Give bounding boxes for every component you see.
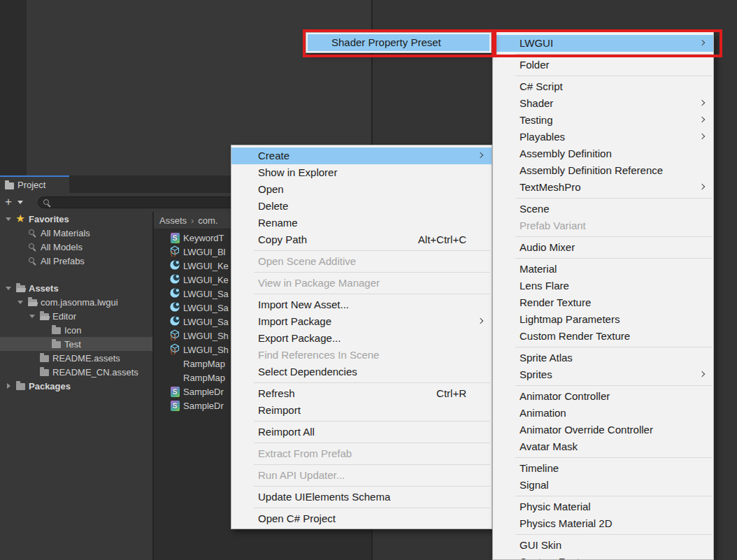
create-asset-plus-button[interactable]: +	[5, 194, 12, 210]
menu-item-label: Animation	[520, 407, 566, 419]
menu-item-animation[interactable]: Animation	[493, 405, 713, 422]
menu-item-material[interactable]: Material	[493, 261, 713, 278]
menu-item-label: Update UIElements Schema	[258, 491, 390, 503]
menu-item-render-texture[interactable]: Render Texture	[493, 294, 713, 311]
tree-item-editor[interactable]: Editor	[0, 309, 152, 323]
menu-item-custom-render-texture[interactable]: Custom Render Texture	[493, 328, 713, 345]
menu-separator	[493, 234, 713, 239]
menu-item-open[interactable]: Open	[231, 181, 492, 198]
tree-item-packages[interactable]: Packages	[0, 379, 152, 393]
menu-item-sprites[interactable]: Sprites	[493, 366, 713, 383]
file-icon-slot	[169, 301, 180, 315]
foldout-open-icon[interactable]	[17, 301, 23, 304]
menu-item-import-package[interactable]: Import Package	[231, 313, 492, 330]
menu-item-open-c-project[interactable]: Open C# Project	[231, 510, 492, 527]
menu-item-refresh[interactable]: RefreshCtrl+R	[231, 385, 492, 402]
menu-item-label: Open Scene Additive	[258, 255, 356, 267]
menu-item-import-new-asset[interactable]: Import New Asset...	[231, 296, 492, 313]
menu-item-physics-material-2d[interactable]: Physics Material 2D	[493, 515, 713, 532]
menu-item-physic-material[interactable]: Physic Material	[493, 498, 713, 515]
tab-project[interactable]: Project	[0, 175, 69, 193]
tree-item-assets[interactable]: Assets	[0, 281, 152, 295]
menu-item-gui-skin[interactable]: GUI Skin	[493, 537, 713, 554]
menu-separator	[493, 196, 713, 201]
menu-item-reimport-all[interactable]: Reimport All	[231, 424, 492, 440]
menu-item-label: Playables	[520, 131, 565, 143]
menu-item-show-in-explorer[interactable]: Show in Explorer	[231, 164, 492, 181]
foldout-open-icon[interactable]	[6, 217, 11, 221]
breadcrumb-segment-assets[interactable]: Assets	[159, 215, 187, 226]
menu-item-testing[interactable]: Testing	[493, 112, 713, 129]
tree-item-favorites[interactable]: ★Favorites	[0, 212, 152, 226]
file-item-label: LWGUI_Sa	[183, 317, 229, 327]
menu-item-label: Run API Updater...	[258, 469, 345, 481]
menu-item-playables[interactable]: Playables	[493, 129, 713, 145]
tree-item-all-models[interactable]: All Models	[0, 240, 152, 254]
menu-item-label: Rename	[258, 217, 298, 229]
tree-item-icon-slot	[14, 284, 27, 292]
tree-item-test[interactable]: Test	[0, 337, 152, 351]
menu-separator	[493, 383, 713, 388]
menu-item-label: Custom Render Texture	[520, 330, 630, 342]
menu-item-timeline[interactable]: Timeline	[493, 460, 713, 477]
tree-item-label: Favorites	[29, 214, 69, 224]
annotation-box-lwgui	[494, 29, 722, 57]
menu-item-reimport[interactable]: Reimport	[231, 402, 492, 419]
menu-item-copy-path[interactable]: Copy PathAlt+Ctrl+C	[231, 231, 492, 248]
menu-item-label: GUI Skin	[520, 539, 561, 551]
menu-item-label: Shader	[520, 97, 553, 109]
create-asset-dropdown-icon[interactable]	[17, 201, 23, 204]
menu-item-rename[interactable]: Rename	[231, 215, 492, 231]
menu-item-label: Create	[258, 150, 289, 161]
tree-item-icon-slot	[38, 312, 50, 320]
menu-item-label: Assembly Definition Reference	[520, 164, 663, 176]
tree-item-all-prefabs[interactable]: All Prefabs	[0, 254, 152, 268]
foldout-closed-icon[interactable]	[7, 383, 10, 389]
menu-item-lightmap-parameters[interactable]: Lightmap Parameters	[493, 311, 713, 328]
menu-item-animator-override-controller[interactable]: Animator Override Controller	[493, 422, 713, 438]
menu-item-label: Sprite Atlas	[520, 352, 573, 364]
menu-item-label: Find References In Scene	[258, 349, 379, 361]
menu-item-signal[interactable]: Signal	[493, 477, 713, 494]
folder-icon	[16, 383, 25, 390]
menu-item-c-script[interactable]: C# Script	[493, 78, 713, 95]
unity-editor-screenshot: Project + ★FavoritesAll MaterialsAll Mod…	[0, 0, 737, 560]
foldout-open-icon[interactable]	[6, 287, 11, 290]
menu-item-animator-controller[interactable]: Animator Controller	[493, 388, 713, 405]
file-item-label: RampMap	[183, 359, 225, 369]
tree-item-icon-slot	[50, 326, 62, 334]
foldout-slot	[27, 315, 38, 318]
menu-item-custom-font[interactable]: Custom Font	[493, 554, 713, 560]
menu-item-select-dependencies[interactable]: Select Dependencies	[231, 364, 492, 380]
menu-item-folder[interactable]: Folder	[493, 57, 713, 73]
menu-item-assembly-definition-reference[interactable]: Assembly Definition Reference	[493, 162, 713, 179]
foldout-open-icon[interactable]	[29, 315, 35, 318]
menu-item-lens-flare[interactable]: Lens Flare	[493, 278, 713, 294]
menu-item-delete[interactable]: Delete	[231, 198, 492, 215]
tree-item-readme-assets[interactable]: README.assets	[0, 351, 152, 365]
menu-item-label: Reimport All	[258, 426, 315, 438]
shader-icon: {}	[169, 329, 180, 343]
menu-item-extract-from-prefab: Extract From Prefab	[231, 445, 492, 462]
menu-item-shader[interactable]: Shader	[493, 95, 713, 112]
breadcrumb-segment-current[interactable]: com.	[198, 215, 217, 226]
menu-item-label: Open C# Project	[258, 512, 336, 524]
tree-item-com-jasonma-lwgui[interactable]: com.jasonma.lwgui	[0, 295, 152, 309]
project-tab-folder-icon	[5, 182, 14, 189]
menu-item-label: TextMeshPro	[520, 181, 581, 193]
menu-item-create[interactable]: Create	[231, 148, 492, 164]
tree-item-icon[interactable]: Icon	[0, 323, 152, 337]
menu-item-avatar-mask[interactable]: Avatar Mask	[493, 438, 713, 455]
menu-item-export-package[interactable]: Export Package...	[231, 330, 492, 347]
menu-item-sprite-atlas[interactable]: Sprite Atlas	[493, 350, 713, 366]
menu-item-textmeshpro[interactable]: TextMeshPro	[493, 179, 713, 196]
menu-item-update-uielements-schema[interactable]: Update UIElements Schema	[231, 489, 492, 505]
menu-item-scene[interactable]: Scene	[493, 201, 713, 217]
tree-item-readme-cn-assets[interactable]: README_CN.assets	[0, 365, 152, 379]
menu-item-audio-mixer[interactable]: Audio Mixer	[493, 239, 713, 256]
submenu-arrow-icon	[478, 152, 483, 158]
menu-item-assembly-definition[interactable]: Assembly Definition	[493, 145, 713, 162]
tree-item-all-materials[interactable]: All Materials	[0, 226, 152, 240]
svg-text:{}: {}	[170, 348, 177, 354]
file-icon-slot: S	[169, 233, 180, 243]
